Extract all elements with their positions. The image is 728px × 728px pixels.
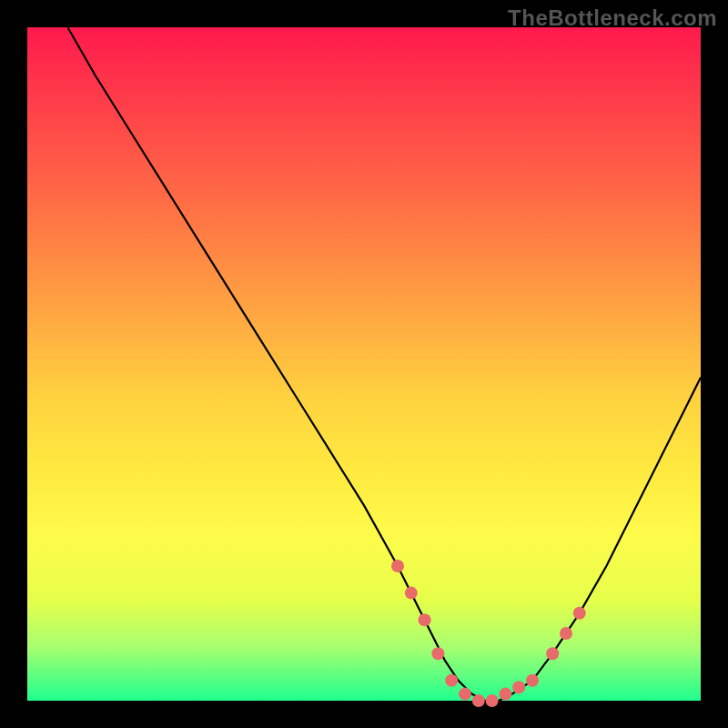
- highlight-dot: [445, 674, 458, 687]
- highlight-dot: [573, 607, 586, 620]
- highlight-dot: [526, 674, 539, 687]
- highlight-dot: [419, 613, 431, 626]
- highlight-dot: [459, 688, 471, 701]
- highlight-dot: [512, 681, 525, 693]
- highlight-dot: [486, 694, 499, 707]
- chart-overlay: [27, 27, 701, 701]
- bottleneck-curve: [67, 27, 701, 701]
- highlight-dot: [431, 647, 444, 660]
- highlight-dots: [391, 560, 586, 707]
- chart-frame: TheBottleneck.com: [0, 0, 728, 728]
- watermark-text: TheBottleneck.com: [508, 5, 717, 31]
- highlight-dot: [546, 647, 559, 660]
- highlight-dot: [405, 587, 418, 600]
- highlight-dot: [499, 688, 511, 701]
- highlight-dot: [391, 560, 404, 572]
- highlight-dot: [560, 627, 572, 640]
- highlight-dot: [472, 694, 485, 707]
